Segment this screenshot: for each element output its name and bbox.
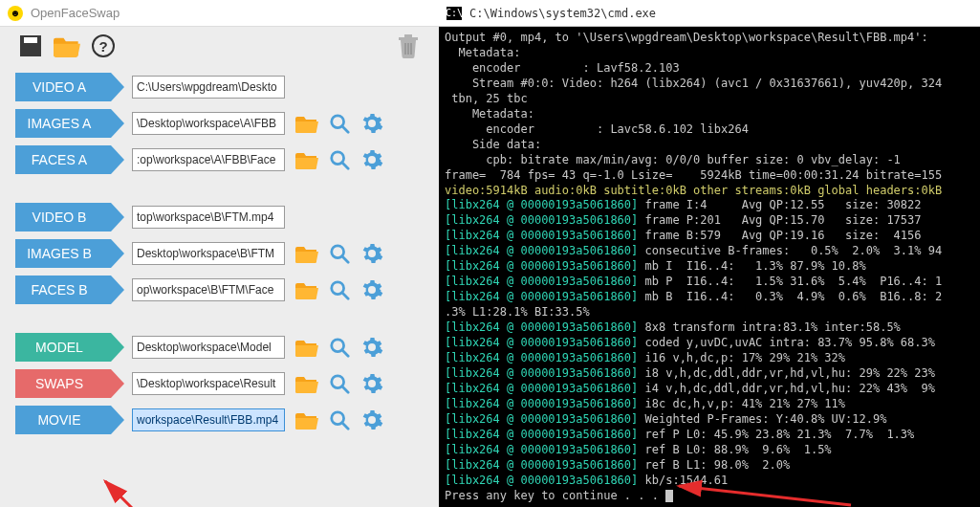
settings-icon[interactable] [359,241,384,266]
svg-line-9 [342,350,348,356]
browse-folder-icon[interactable] [294,277,319,302]
config-row: VIDEO B [15,201,424,233]
preview-icon[interactable] [327,111,352,136]
svg-line-5 [342,256,348,262]
preview-icon[interactable] [327,147,352,172]
row-label-button[interactable]: VIDEO A [15,73,111,101]
app-title: OpenFaceSwap [31,6,120,20]
row-label-button[interactable]: VIDEO B [15,203,111,231]
preview-icon[interactable] [327,277,352,302]
toolbar: ? [0,27,439,65]
row-label-text: IMAGES A [28,116,92,131]
cmd-icon: C:\ [446,7,462,20]
path-input[interactable] [132,206,285,229]
path-input[interactable] [132,148,285,171]
cmd-title-bar[interactable]: C:\ C:\Windows\system32\cmd.exe [439,0,980,27]
settings-icon[interactable] [359,335,384,360]
browse-folder-icon[interactable] [294,147,319,172]
openfaceswap-window: ☻ OpenFaceSwap ? VIDEO AIMAGES AFACES AV… [0,0,439,507]
settings-icon[interactable] [359,408,384,432]
row-label-text: SWAPS [35,376,83,391]
help-button[interactable]: ? [90,33,117,59]
row-label-button[interactable]: IMAGES B [15,239,111,268]
path-input[interactable] [132,112,285,135]
app-icon: ☻ [8,6,23,21]
svg-line-7 [342,293,348,298]
config-row: IMAGES B [15,237,424,270]
settings-icon[interactable] [359,147,384,172]
settings-icon[interactable] [359,371,384,396]
row-label-text: VIDEO B [33,209,87,225]
path-input[interactable] [132,408,285,431]
row-label-text: MODEL [35,340,83,355]
row-label-text: FACES A [32,152,87,167]
config-row: VIDEO A [15,71,424,103]
row-label-button[interactable]: IMAGES A [15,109,111,138]
cmd-window: C:\ C:\Windows\system32\cmd.exe Output #… [439,0,980,507]
svg-line-3 [342,163,348,168]
row-label-text: IMAGES B [27,246,92,261]
path-input[interactable] [132,76,285,99]
trash-button[interactable] [395,33,422,59]
open-button[interactable] [54,33,80,59]
config-row: FACES A [15,143,424,176]
config-row: MOVIE [15,404,424,436]
browse-folder-icon[interactable] [294,111,319,136]
svg-line-13 [342,423,348,429]
settings-icon[interactable] [359,111,384,136]
preview-icon[interactable] [327,408,352,432]
config-row: IMAGES A [15,107,424,140]
config-row: FACES B [15,274,424,306]
config-row: MODEL [15,331,424,364]
preview-icon[interactable] [327,371,352,396]
save-button[interactable] [17,33,44,59]
svg-line-11 [342,386,348,392]
path-input[interactable] [132,336,285,359]
rows-container: VIDEO AIMAGES AFACES AVIDEO BIMAGES BFAC… [0,65,439,442]
row-label-text: FACES B [31,282,87,298]
path-input[interactable] [132,372,285,395]
path-input[interactable] [132,278,285,301]
row-label-button[interactable]: FACES B [15,276,111,304]
terminal-body[interactable]: Output #0, mp4, to '\Users\wpgdream\Desk… [439,27,980,507]
settings-icon[interactable] [359,277,384,302]
preview-icon[interactable] [327,241,352,266]
path-input[interactable] [132,242,285,265]
browse-folder-icon[interactable] [294,408,319,432]
row-label-text: MOVIE [37,412,80,428]
config-row: SWAPS [15,367,424,400]
title-bar[interactable]: ☻ OpenFaceSwap [0,0,439,27]
row-label-text: VIDEO A [33,79,86,95]
preview-icon[interactable] [327,335,352,360]
row-label-button[interactable]: MODEL [15,333,111,362]
row-label-button[interactable]: FACES A [15,145,111,174]
svg-line-1 [342,126,348,132]
browse-folder-icon[interactable] [294,371,319,396]
browse-folder-icon[interactable] [294,335,319,360]
browse-folder-icon[interactable] [294,241,319,266]
row-label-button[interactable]: MOVIE [15,406,111,434]
cmd-title: C:\Windows\system32\cmd.exe [469,7,656,20]
row-label-button[interactable]: SWAPS [15,369,111,398]
